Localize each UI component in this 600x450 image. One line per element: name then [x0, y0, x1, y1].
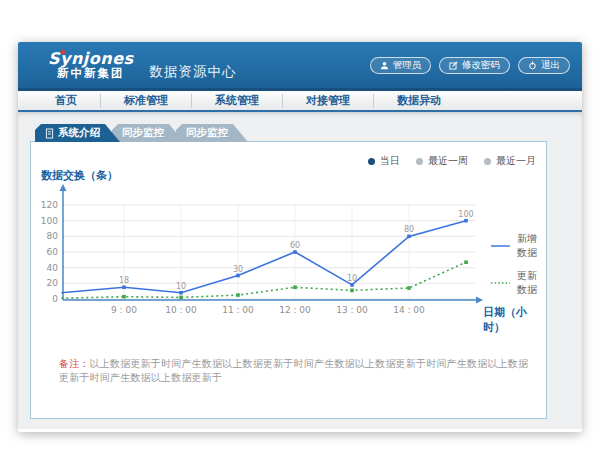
- data-point-marker: [293, 285, 297, 289]
- legend-line-sample: [491, 243, 510, 249]
- x-tick-label: 12 : 00: [279, 305, 311, 315]
- data-point-label: 18: [119, 276, 129, 285]
- data-point-marker: [179, 291, 183, 295]
- tab-bar: 系统介绍同步监控同步监控: [35, 124, 582, 142]
- tab-0[interactable]: 系统介绍: [35, 124, 120, 142]
- x-axis-arrow-icon: [476, 297, 483, 304]
- series-legend: 新增数据更新数据: [491, 232, 546, 297]
- y-tick-label: 0: [52, 294, 58, 304]
- data-point-label: 30: [233, 265, 243, 274]
- y-tick-label: 100: [41, 216, 58, 226]
- note-text: 以上数据更新于时间产生数据以上数据更新于时间产生数据以上数据更新于时间产生数据以…: [59, 358, 528, 383]
- y-axis-label: 数据交换（条）: [41, 168, 118, 183]
- data-point-label: 10: [176, 282, 186, 291]
- data-point-marker: [122, 285, 126, 289]
- data-point-marker: [464, 260, 468, 264]
- y-tick-label: 20: [47, 278, 59, 288]
- header-action-user[interactable]: 管理员: [370, 57, 432, 74]
- data-point-marker: [293, 250, 297, 254]
- tab-2[interactable]: 同步监控: [176, 124, 248, 142]
- radio-dot-icon: [368, 158, 375, 165]
- edit-icon: [449, 61, 458, 70]
- data-point-marker: [122, 295, 126, 299]
- logo: Synjones 新中新集团: [48, 51, 134, 80]
- user-icon: [380, 61, 389, 70]
- header-actions: 管理员修改密码退出: [370, 57, 571, 74]
- data-point-marker: [236, 274, 240, 278]
- data-point-label: 80: [404, 225, 414, 234]
- y-tick-label: 120: [41, 200, 58, 210]
- x-tick-label: 10 : 00: [165, 305, 197, 315]
- note-label: 备注：: [59, 358, 90, 369]
- legend-item-0: 新增数据: [491, 232, 546, 260]
- logo-text-cn: 新中新集团: [48, 67, 134, 79]
- app-header: Synjones 新中新集团 数据资源中心 管理员修改密码退出: [18, 42, 582, 88]
- power-icon: [528, 61, 537, 70]
- footer-note: 备注：以上数据更新于时间产生数据以上数据更新于时间产生数据以上数据更新于时间产生…: [59, 357, 536, 385]
- range-radio-1[interactable]: 最近一周: [416, 154, 468, 168]
- nav-item-0[interactable]: 首页: [32, 94, 101, 108]
- chart-panel: 当日最近一周最近一月 数据交换（条） 0204060801001209 : 00…: [30, 141, 547, 419]
- data-point-marker: [407, 286, 411, 290]
- data-point-label: 10: [347, 274, 357, 283]
- data-point-marker: [350, 289, 354, 293]
- chart-wrap: 0204060801001209 : 0010 : 0011 : 0012 : …: [31, 182, 545, 326]
- nav-item-4[interactable]: 数据异动: [374, 94, 464, 108]
- x-axis-label: 日期（小时）: [483, 305, 546, 335]
- nav-item-3[interactable]: 对接管理: [283, 94, 374, 108]
- page-title: 数据资源中心: [150, 63, 237, 81]
- data-point-label: 100: [458, 210, 473, 219]
- y-tick-label: 40: [47, 263, 59, 273]
- content-area: 系统介绍同步监控同步监控 当日最近一周最近一月 数据交换（条） 02040608…: [18, 112, 582, 429]
- y-tick-label: 80: [47, 231, 59, 241]
- data-point-marker: [236, 293, 240, 297]
- data-point-marker: [407, 235, 411, 239]
- data-point-marker: [179, 296, 183, 300]
- line-chart: 0204060801001209 : 0010 : 0011 : 0012 : …: [31, 182, 545, 322]
- x-tick-label: 14 : 00: [393, 305, 425, 315]
- legend-line-sample: [491, 280, 510, 286]
- range-radio-0[interactable]: 当日: [368, 154, 400, 168]
- app-window: Synjones 新中新集团 数据资源中心 管理员修改密码退出 首页标准管理系统…: [18, 42, 582, 432]
- nav-item-1[interactable]: 标准管理: [101, 94, 192, 108]
- main-nav: 首页标准管理系统管理对接管理数据异动: [18, 88, 582, 112]
- range-filter-group: 当日最近一周最近一月: [368, 154, 536, 168]
- x-tick-label: 13 : 00: [336, 305, 368, 315]
- legend-item-1: 更新数据: [491, 269, 546, 297]
- y-axis-arrow-icon: [60, 184, 67, 191]
- tab-1[interactable]: 同步监控: [112, 124, 184, 142]
- data-point-marker: [464, 219, 468, 223]
- radio-dot-icon: [484, 158, 491, 165]
- document-icon: [45, 128, 54, 139]
- data-point-label: 60: [290, 241, 300, 250]
- y-tick-label: 60: [47, 247, 59, 257]
- x-tick-label: 9 : 00: [111, 305, 137, 315]
- data-point-marker: [350, 283, 354, 287]
- header-action-edit[interactable]: 修改密码: [439, 57, 510, 74]
- nav-item-2[interactable]: 系统管理: [192, 94, 283, 108]
- x-tick-label: 11 : 00: [222, 305, 254, 315]
- radio-dot-icon: [416, 158, 423, 165]
- range-radio-2[interactable]: 最近一月: [484, 154, 536, 168]
- header-action-power[interactable]: 退出: [518, 57, 570, 74]
